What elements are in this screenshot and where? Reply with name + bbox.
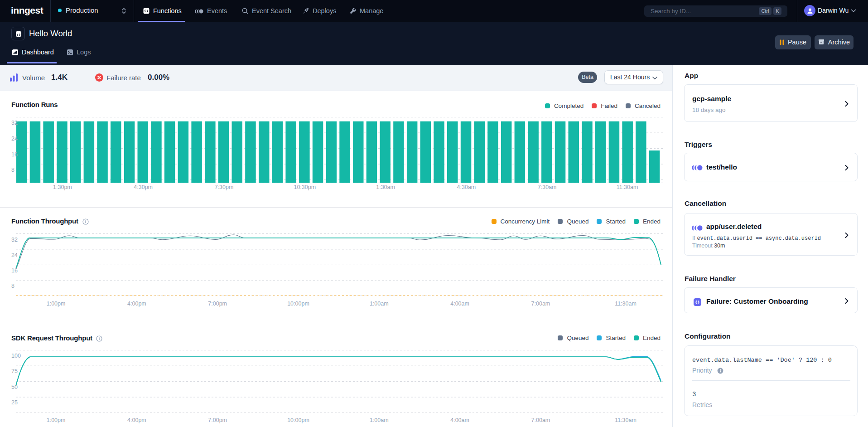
svg-text:1:00pm: 1:00pm <box>47 417 66 423</box>
svg-text:7:30pm: 7:30pm <box>215 184 234 190</box>
svg-text:4:30am: 4:30am <box>457 184 476 190</box>
svg-text:10:00pm: 10:00pm <box>287 417 309 423</box>
svg-text:4:00am: 4:00am <box>450 301 469 307</box>
svg-text:7:00am: 7:00am <box>531 301 550 307</box>
svg-text:50: 50 <box>11 384 18 390</box>
svg-text:10:00pm: 10:00pm <box>287 301 309 307</box>
svg-text:1:00am: 1:00am <box>370 301 389 307</box>
svg-text:32: 32 <box>11 120 18 126</box>
svg-text:7:00pm: 7:00pm <box>208 301 227 307</box>
svg-text:1:30am: 1:30am <box>376 184 395 190</box>
svg-text:24: 24 <box>11 136 18 142</box>
svg-text:1:00pm: 1:00pm <box>47 301 66 307</box>
svg-text:4:30pm: 4:30pm <box>134 184 153 190</box>
svg-text:1:30pm: 1:30pm <box>53 184 72 190</box>
svg-text:7:00am: 7:00am <box>531 417 550 423</box>
svg-text:11:30am: 11:30am <box>615 301 637 307</box>
svg-text:8: 8 <box>11 283 14 289</box>
svg-text:11:30am: 11:30am <box>617 184 638 190</box>
svg-text:16: 16 <box>11 267 18 274</box>
svg-text:1:00am: 1:00am <box>370 417 389 423</box>
svg-text:100: 100 <box>11 353 21 359</box>
svg-text:10:30pm: 10:30pm <box>294 184 316 190</box>
svg-text:4:00am: 4:00am <box>450 417 469 423</box>
svg-text:25: 25 <box>11 399 18 406</box>
svg-text:7:30am: 7:30am <box>538 184 557 190</box>
svg-text:4:00pm: 4:00pm <box>127 417 146 423</box>
svg-text:75: 75 <box>11 368 18 374</box>
svg-text:32: 32 <box>11 237 18 243</box>
svg-text:16: 16 <box>11 151 18 158</box>
svg-text:11:30am: 11:30am <box>615 417 637 423</box>
svg-text:8: 8 <box>11 167 14 173</box>
svg-text:24: 24 <box>11 252 18 258</box>
svg-text:7:00pm: 7:00pm <box>208 417 227 423</box>
svg-text:4:00pm: 4:00pm <box>127 301 146 307</box>
